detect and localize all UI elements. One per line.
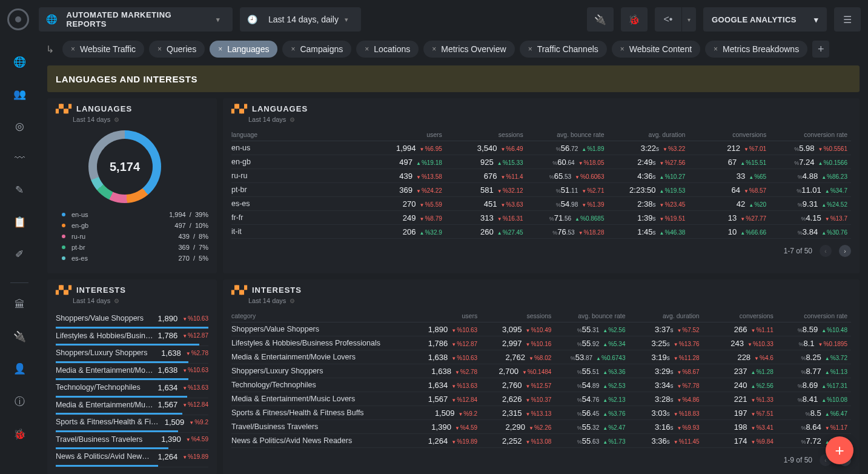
share-icon: <• <box>664 14 673 25</box>
chevron-down-icon: ▾ <box>339 16 354 24</box>
pager: 1-9 of 50 ‹ › <box>231 454 851 466</box>
bug-button[interactable]: 🐞 <box>621 7 648 32</box>
interests-table-card: ▞▚▞INTERESTS Last 14 days⚙ categoryusers… <box>223 279 860 474</box>
table-row[interactable]: Technology/Technophiles1,634%13.632,760%… <box>231 378 851 392</box>
table-row[interactable]: News & Politics/Avid News Readers1,264%1… <box>231 434 851 448</box>
logo <box>7 8 29 30</box>
tab-metrics-overview[interactable]: ×Metrics Overview <box>423 41 514 58</box>
daterange-label: Last 14 days, daily <box>268 15 339 24</box>
daterange-selector[interactable]: 🕘 Last 14 days, daily ▾ <box>240 7 361 32</box>
table-row[interactable]: en-gb497%19.18925%15.3360.64%18.052:49s%… <box>231 155 851 169</box>
table-row[interactable]: ru-ru439%13.58676%11.465.53%0.60634:36s%… <box>231 169 851 183</box>
plug-button[interactable]: 🔌 <box>587 7 614 32</box>
add-tab-button[interactable]: + <box>812 41 829 58</box>
list-item[interactable]: News & Politics/Avid News…1,264%19.89 <box>56 450 208 467</box>
list-item[interactable]: Lifestyles & Hobbies/Busin…1,786%12.87 <box>56 329 208 347</box>
user-icon[interactable]: 👤 <box>13 362 26 375</box>
close-icon[interactable]: × <box>71 45 75 53</box>
table-row[interactable]: en-us1,994%6.953,540%6.4956.72%1.893:22s… <box>231 141 851 155</box>
page-title: LANGUAGES AND INTERESTS <box>47 65 860 92</box>
close-icon[interactable]: × <box>157 45 162 53</box>
gear-icon[interactable]: ⚙ <box>114 116 119 123</box>
tab-languages[interactable]: ×Languages <box>210 41 277 58</box>
pencil-icon[interactable]: ✐ <box>15 248 24 261</box>
sublevel-icon: ↳ <box>46 44 54 55</box>
tab-traffic-channels[interactable]: ×Traffic Channels <box>520 41 607 58</box>
close-icon[interactable]: × <box>365 45 369 53</box>
spark-icon: ▞▚▞ <box>231 104 246 113</box>
close-icon[interactable]: × <box>218 45 222 53</box>
tab-website-traffic[interactable]: ×Website Traffic <box>62 41 144 58</box>
interests-bar-list: Shoppers/Value Shoppers1,890%10.63Lifest… <box>56 312 208 467</box>
table-row[interactable]: Travel/Business Travelers1,390%4.592,290… <box>231 420 851 434</box>
tab-campaigns[interactable]: ×Campaigns <box>282 41 351 58</box>
gear-icon[interactable]: ⚙ <box>290 298 295 304</box>
table-row[interactable]: es-es270%5.59451%3.6354.98%1.392:38s%23.… <box>231 197 851 211</box>
workspace-selector[interactable]: 🌐 AUTOMATED MARKETING REPORTS ▾ <box>39 7 233 32</box>
clipboard-icon[interactable]: 📋 <box>13 216 26 229</box>
close-icon[interactable]: × <box>432 45 436 53</box>
edit-icon[interactable]: ✎ <box>15 184 24 196</box>
spark-icon: ▞▚▞ <box>56 285 70 295</box>
globe-icon[interactable]: 🌐 <box>13 56 26 68</box>
integration-label: GOOGLE ANALYTICS <box>712 15 797 24</box>
integration-selector[interactable]: GOOGLE ANALYTICS ▾ <box>703 7 827 32</box>
fab-add-button[interactable]: + <box>826 436 853 464</box>
table-row[interactable]: Shoppers/Luxury Shoppers1,638%2.782,700%… <box>231 364 851 378</box>
spark-icon: ▞▚▞ <box>56 104 70 113</box>
path-icon[interactable]: 〰 <box>15 152 25 164</box>
close-icon[interactable]: × <box>620 45 624 53</box>
languages-summary-card: ▞▚▞LANGUAGES Last 14 days⚙ 5,174 en-us1,… <box>47 98 217 273</box>
globe-icon: 🌐 <box>46 14 58 25</box>
chevron-down-icon: ▾ <box>211 16 226 24</box>
languages-table-card: ▞▚▞LANGUAGES Last 14 days⚙ languageusers… <box>223 98 860 273</box>
topbar: 🌐 AUTOMATED MARKETING REPORTS ▾ 🕘 Last 1… <box>0 0 868 39</box>
page-next-button[interactable]: › <box>839 245 851 257</box>
list-item[interactable]: Media & Entertainment/Mu…1,567%12.84 <box>56 398 208 416</box>
table-row[interactable]: fr-fr249%8.79313%16.3171.56%0.86851:39s%… <box>231 211 851 225</box>
list-item[interactable]: Technology/Technophiles1,634%13.63 <box>56 381 208 398</box>
list-item[interactable]: Sports & Fitness/Health & Fit…1,509%9.2 <box>56 415 208 433</box>
table-row[interactable]: Shoppers/Value Shoppers1,890%10.633,095%… <box>231 322 851 336</box>
people-icon[interactable]: 👥 <box>13 88 26 101</box>
table-row[interactable]: pt-br369%24.22581%32.1251.11%2.712:23:50… <box>231 183 851 197</box>
close-icon[interactable]: × <box>291 45 295 53</box>
legend-item: en-gb497 / 10% <box>62 220 208 231</box>
legend-item: ru-ru439 / 8% <box>62 231 208 242</box>
gear-icon[interactable]: ⚙ <box>290 116 295 123</box>
tab-metrics-breakdowns[interactable]: ×Metrics Breakdowns <box>705 41 807 58</box>
legend-item: es-es270 / 5% <box>62 253 208 264</box>
target-icon[interactable]: ◎ <box>15 120 24 133</box>
debug-icon[interactable]: 🐞 <box>13 428 26 441</box>
plug-icon: 🔌 <box>594 14 606 25</box>
table-row[interactable]: Lifestyles & Hobbies/Business Profession… <box>231 336 851 350</box>
bank-icon[interactable]: 🏛 <box>15 299 25 311</box>
list-item[interactable]: Shoppers/Value Shoppers1,890%10.63 <box>56 312 208 329</box>
close-icon[interactable]: × <box>714 45 718 53</box>
table-row[interactable]: Sports & Fitness/Health & Fitness Buffs1… <box>231 406 851 420</box>
plug-icon[interactable]: 🔌 <box>13 330 26 343</box>
table-row[interactable]: Media & Entertainment/Music Lovers1,567%… <box>231 392 851 406</box>
chevron-down-icon: ▾ <box>814 15 818 24</box>
spark-icon: ▞▚▞ <box>231 285 246 295</box>
list-item[interactable]: Shoppers/Luxury Shoppers1,638%2.78 <box>56 346 208 364</box>
info-icon[interactable]: ⓘ <box>15 395 25 409</box>
close-icon[interactable]: × <box>528 45 532 53</box>
chevron-down-icon: ▾ <box>681 7 696 32</box>
share-button[interactable]: <• ▾ <box>655 7 696 32</box>
list-item[interactable]: Media & Entertainment/Mo…1,638%10.63 <box>56 364 208 381</box>
legend-item: pt-br369 / 7% <box>62 242 208 253</box>
gear-icon[interactable]: ⚙ <box>114 298 119 304</box>
menu-icon: ☰ <box>843 14 852 25</box>
table-row[interactable]: it-it206%32.9260%27.4576.53%18.281:45s%4… <box>231 225 851 239</box>
table-row[interactable]: Media & Entertainment/Movie Lovers1,638%… <box>231 350 851 364</box>
tab-website-content[interactable]: ×Website Content <box>612 41 700 58</box>
sidebar: 🌐 👥 ◎ 〰 ✎ 📋 ✐ 🏛 🔌 👤 ⓘ 🐞 <box>0 39 39 474</box>
tabbar: ↳ ×Website Traffic×Queries×Languages×Cam… <box>39 39 868 59</box>
page-prev-button[interactable]: ‹ <box>820 245 832 257</box>
list-item[interactable]: Travel/Business Travelers1,390%4.59 <box>56 433 208 450</box>
tab-queries[interactable]: ×Queries <box>149 41 205 58</box>
legend-item: en-us1,994 / 39% <box>62 209 208 220</box>
menu-button[interactable]: ☰ <box>834 7 861 32</box>
tab-locations[interactable]: ×Locations <box>356 41 419 58</box>
